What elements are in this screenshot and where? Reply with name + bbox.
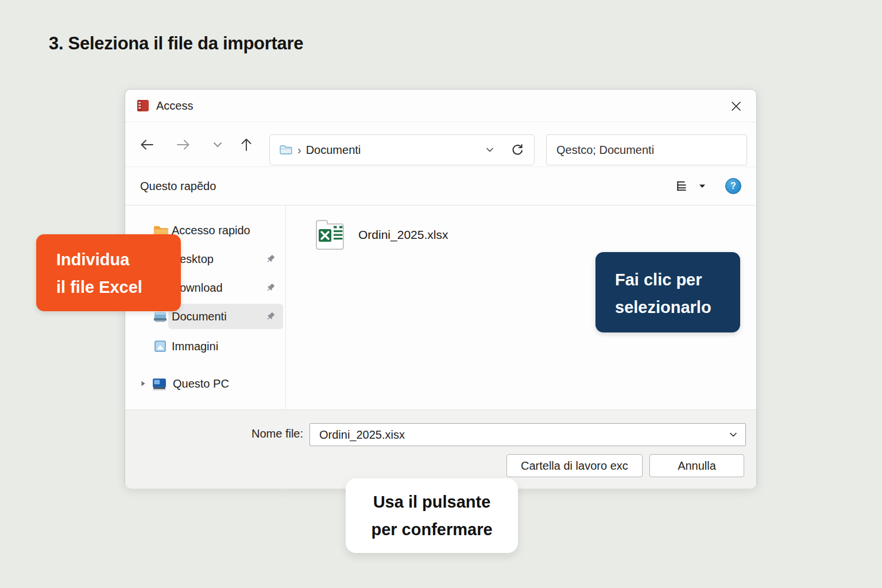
- sidebar-item-questo-pc[interactable]: Questo PC: [125, 369, 286, 398]
- callout-line: Usa il pulsante: [346, 488, 518, 516]
- address-bar[interactable]: › Documenti: [269, 134, 535, 165]
- pictures-icon: [153, 339, 167, 353]
- cancel-button[interactable]: Annulla: [649, 454, 744, 477]
- excel-file-icon: [314, 218, 346, 252]
- callout-line: selezionarlo: [615, 293, 740, 321]
- sidebar-item-immagini[interactable]: Immagini: [125, 332, 286, 361]
- back-icon[interactable]: [138, 136, 156, 153]
- filename-label: Nome file:: [239, 427, 303, 440]
- sidebar-item-label: Immagini: [172, 340, 218, 353]
- dialog-title: Access: [156, 99, 193, 113]
- pin-icon: [265, 311, 276, 322]
- help-icon[interactable]: ?: [725, 178, 741, 194]
- dialog-footer: Nome file: Cartella di lavoro exc Annull…: [125, 409, 756, 489]
- sidebar-item-label: Questo PC: [173, 377, 229, 390]
- callout-line: per confermare: [346, 516, 518, 543]
- access-app-icon: [136, 98, 150, 113]
- filename-combobox[interactable]: [310, 423, 746, 446]
- forward-icon[interactable]: [175, 136, 192, 153]
- location-toolbar: Questo rapĕdo ?: [125, 167, 756, 206]
- filetype-button[interactable]: Cartella di lavoro exc: [506, 454, 643, 477]
- sidebar-item-label: Accesso rapido: [172, 224, 250, 237]
- file-item-excel[interactable]: Ordini_2025.xlsx: [314, 218, 448, 252]
- computer-icon: [152, 377, 167, 391]
- navigation-bar: › Documenti: [125, 122, 756, 167]
- page-title: 3. Seleziona il file da importare: [49, 33, 303, 54]
- callout-confirm-button: Usa il pulsante per confermare: [346, 478, 518, 553]
- filename-input[interactable]: [310, 428, 728, 442]
- close-icon[interactable]: [729, 99, 744, 114]
- callout-line: Fai clic per: [615, 266, 740, 293]
- address-dropdown-chevron-icon[interactable]: [485, 145, 495, 155]
- callout-line: Individua: [56, 246, 181, 273]
- current-location-label: Questo rapĕdo: [140, 180, 216, 193]
- refresh-icon[interactable]: [510, 142, 525, 157]
- recent-locations-chevron-icon[interactable]: [209, 136, 226, 153]
- pin-icon: [265, 254, 276, 264]
- view-options-caret-icon[interactable]: [699, 184, 706, 188]
- sidebar-item-label: esktop: [180, 253, 214, 266]
- folder-icon: [279, 144, 293, 156]
- callout-locate-file: Individua il file Excel: [36, 234, 181, 311]
- breadcrumb[interactable]: Documenti: [306, 144, 361, 157]
- up-icon[interactable]: [238, 136, 255, 153]
- search-box[interactable]: [546, 134, 747, 165]
- view-options-icon[interactable]: [675, 179, 690, 194]
- expander-triangle-icon[interactable]: [139, 380, 147, 388]
- pin-icon: [265, 283, 276, 293]
- search-input[interactable]: [547, 135, 746, 165]
- callout-click-to-select: Fai clic per selezionarlo: [595, 252, 740, 332]
- page: 3. Seleziona il file da importare Access: [0, 0, 882, 588]
- breadcrumb-separator: ›: [297, 144, 301, 157]
- file-name-label: Ordini_2025.xlsx: [358, 228, 448, 242]
- sidebar-item-label: ownload: [180, 281, 223, 295]
- callout-line: il file Excel: [56, 273, 181, 301]
- filename-dropdown-chevron-icon[interactable]: [728, 430, 738, 440]
- sidebar-item-label: Documenti: [172, 310, 227, 323]
- dialog-titlebar[interactable]: Access: [125, 90, 756, 122]
